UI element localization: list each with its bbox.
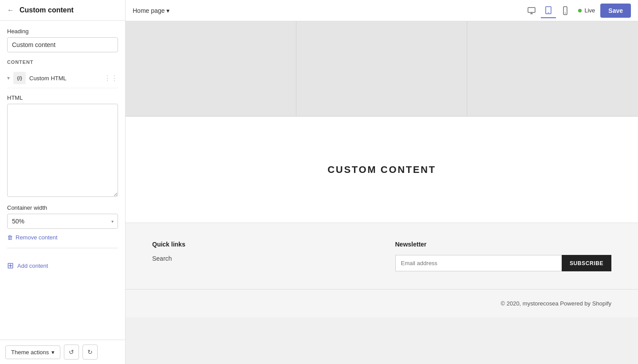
hero-col-3 <box>467 21 638 116</box>
container-width-label: Container width <box>7 204 118 211</box>
undo-icon: ↺ <box>69 348 74 356</box>
preview-content-section: CUSTOM CONTENT <box>126 117 638 223</box>
chevron-icon[interactable]: ▾ <box>7 75 10 81</box>
heading-input[interactable] <box>7 37 118 52</box>
undo-button[interactable]: ↺ <box>64 344 79 360</box>
container-width-select-wrapper: 25% 50% 75% 100% ▾ <box>7 214 118 229</box>
html-field-group: HTML <box>7 94 118 198</box>
html-label: HTML <box>7 94 118 101</box>
live-label: Live <box>584 7 595 14</box>
page-label: Home page <box>133 7 165 14</box>
mobile-view-button[interactable] <box>558 3 573 18</box>
back-button[interactable]: ← <box>5 4 16 16</box>
heading-field-group: Heading <box>7 28 118 52</box>
newsletter-form: SUBSCRIBE <box>395 255 612 271</box>
remove-content-label: Remove content <box>16 234 58 241</box>
content-item-label: Custom HTML <box>29 75 100 82</box>
live-indicator: Live <box>578 7 595 14</box>
sidebar-footer: Theme actions ▾ ↺ ↻ <box>0 340 125 364</box>
email-input[interactable] <box>395 255 562 271</box>
sidebar-header: ← Custom content <box>0 0 125 21</box>
hero-col-1 <box>126 21 296 116</box>
heading-label: Heading <box>7 28 118 35</box>
add-content-button[interactable]: ⊞ Add content <box>7 255 118 276</box>
tablet-view-button[interactable] <box>541 3 556 18</box>
drag-icon[interactable]: ⋮⋮ <box>104 74 118 82</box>
content-item: ▾ {/} Custom HTML ⋮⋮ <box>7 68 118 88</box>
sidebar-title: Custom content <box>20 6 74 14</box>
footer-quick-links: Quick links Search <box>152 241 369 271</box>
tablet-icon <box>544 6 553 15</box>
main-area: Home page ▾ <box>126 0 638 364</box>
add-content-label: Add content <box>17 262 48 269</box>
topbar: Home page ▾ <box>126 0 638 21</box>
copyright-text: © 2020, mystorecosea Powered by Shopify <box>501 300 612 307</box>
back-icon: ← <box>7 6 14 14</box>
redo-button[interactable]: ↻ <box>83 344 98 360</box>
save-button[interactable]: Save <box>600 4 631 18</box>
remove-content-button[interactable]: 🗑 Remove content <box>7 234 58 241</box>
newsletter-heading: Newsletter <box>395 241 612 248</box>
theme-actions-label: Theme actions <box>11 349 49 356</box>
hero-col-2 <box>296 21 467 116</box>
preview-footer: Quick links Search Newsletter SUBSCRIBE <box>126 223 638 290</box>
html-textarea[interactable] <box>7 104 118 197</box>
trash-icon: 🗑 <box>7 234 13 241</box>
quick-links-heading: Quick links <box>152 241 369 248</box>
container-width-select[interactable]: 25% 50% 75% 100% <box>7 214 118 229</box>
container-width-group: Container width 25% 50% 75% 100% ▾ <box>7 204 118 229</box>
page-selector[interactable]: Home page ▾ <box>133 7 169 14</box>
preview-hero <box>126 21 638 117</box>
theme-actions-button[interactable]: Theme actions ▾ <box>5 345 60 359</box>
divider <box>7 248 118 248</box>
view-buttons <box>524 3 573 18</box>
sidebar-body: Heading CONTENT ▾ {/} Custom HTML ⋮⋮ HTM… <box>0 21 125 340</box>
redo-icon: ↻ <box>87 348 93 356</box>
preview-area: CUSTOM CONTENT Quick links Search Newsle… <box>126 21 638 364</box>
subscribe-button[interactable]: SUBSCRIBE <box>562 255 611 271</box>
svg-rect-0 <box>528 8 535 12</box>
code-icon: {/} <box>13 72 26 84</box>
chevron-down-icon: ▾ <box>51 349 55 356</box>
mobile-icon <box>561 6 570 15</box>
quick-links-search: Search <box>152 255 369 262</box>
desktop-icon <box>527 6 536 15</box>
live-dot <box>578 9 582 12</box>
sidebar: ← Custom content Heading CONTENT ▾ {/} C… <box>0 0 126 364</box>
preview-copyright: © 2020, mystorecosea Powered by Shopify <box>126 290 638 317</box>
add-grid-icon: ⊞ <box>7 261 14 270</box>
custom-content-title: CUSTOM CONTENT <box>327 164 436 176</box>
footer-newsletter: Newsletter SUBSCRIBE <box>395 241 612 271</box>
content-section-label: CONTENT <box>7 59 118 65</box>
page-chevron-icon: ▾ <box>166 7 169 14</box>
desktop-view-button[interactable] <box>524 3 539 18</box>
